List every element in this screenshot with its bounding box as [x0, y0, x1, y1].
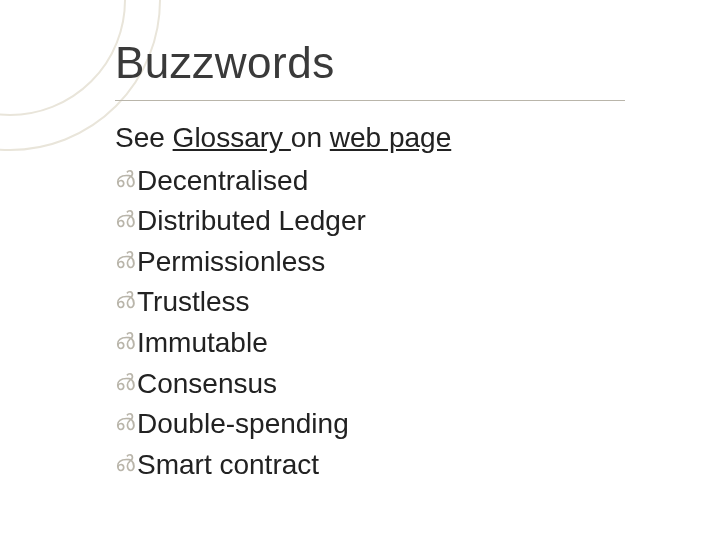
list-item-label: Immutable: [137, 323, 268, 364]
webpage-link[interactable]: web page: [330, 122, 451, 153]
bullet-icon: ൴: [115, 364, 135, 401]
title-underline: [115, 100, 625, 101]
svg-point-1: [0, 0, 125, 115]
see-line: See Glossary on web page: [115, 118, 675, 159]
list-item: ൴Trustless: [115, 282, 675, 323]
glossary-link[interactable]: Glossary: [173, 122, 291, 153]
list-item-label: Distributed Ledger: [137, 201, 366, 242]
bullet-icon: ൴: [115, 445, 135, 482]
list-item: ൴Distributed Ledger: [115, 201, 675, 242]
slide-title: Buzzwords: [115, 38, 335, 88]
list-item: ൴Decentralised: [115, 161, 675, 202]
list-item: ൴Smart contract: [115, 445, 675, 486]
list-item-label: Trustless: [137, 282, 250, 323]
bullet-icon: ൴: [115, 323, 135, 360]
slide: Buzzwords See Glossary on web page ൴Dece…: [0, 0, 720, 540]
body-content: See Glossary on web page ൴Decentralised൴…: [115, 118, 675, 485]
bullet-icon: ൴: [115, 161, 135, 198]
list-item: ൴Double-spending: [115, 404, 675, 445]
list-item-label: Decentralised: [137, 161, 308, 202]
list-item: ൴Permissionless: [115, 242, 675, 283]
bullet-icon: ൴: [115, 404, 135, 441]
see-mid: on: [291, 122, 330, 153]
bullet-icon: ൴: [115, 282, 135, 319]
list-item: ൴Consensus: [115, 364, 675, 405]
see-prefix: See: [115, 122, 173, 153]
list-item-label: Smart contract: [137, 445, 319, 486]
list-item-label: Permissionless: [137, 242, 325, 283]
list-item-label: Double-spending: [137, 404, 349, 445]
bullet-list: ൴Decentralised൴Distributed Ledger൴Permis…: [115, 161, 675, 486]
bullet-icon: ൴: [115, 201, 135, 238]
list-item-label: Consensus: [137, 364, 277, 405]
bullet-icon: ൴: [115, 242, 135, 279]
list-item: ൴Immutable: [115, 323, 675, 364]
